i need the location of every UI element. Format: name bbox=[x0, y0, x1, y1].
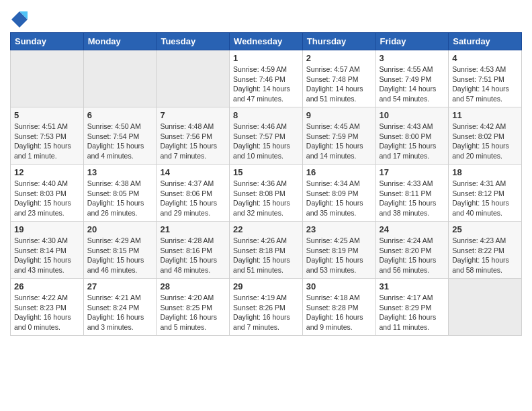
day-info: Sunrise: 4:34 AMSunset: 8:09 PMDaylight:… bbox=[306, 179, 372, 218]
weekday-header-tuesday: Tuesday bbox=[157, 33, 230, 50]
day-number: 31 bbox=[380, 281, 445, 291]
sunrise-text: Sunrise: 4:53 AM bbox=[452, 64, 518, 75]
daylight-text: Daylight: 15 hours and 43 minutes. bbox=[14, 255, 80, 275]
sunrise-text: Sunrise: 4:28 AM bbox=[160, 236, 226, 246]
daylight-text: Daylight: 15 hours and 38 minutes. bbox=[380, 198, 445, 218]
day-number: 12 bbox=[14, 167, 80, 177]
daylight-text: Daylight: 16 hours and 9 minutes. bbox=[306, 312, 372, 332]
day-info: Sunrise: 4:22 AMSunset: 8:23 PMDaylight:… bbox=[14, 293, 80, 332]
sunrise-text: Sunrise: 4:55 AM bbox=[380, 64, 445, 75]
sunrise-text: Sunrise: 4:59 AM bbox=[233, 64, 299, 75]
sunrise-text: Sunrise: 4:22 AM bbox=[14, 293, 80, 303]
day-number: 5 bbox=[14, 110, 80, 120]
sunrise-text: Sunrise: 4:17 AM bbox=[380, 293, 445, 303]
day-cell: 4Sunrise: 4:53 AMSunset: 7:51 PMDaylight… bbox=[449, 50, 522, 107]
day-number: 16 bbox=[306, 167, 372, 177]
day-info: Sunrise: 4:37 AMSunset: 8:06 PMDaylight:… bbox=[160, 179, 226, 218]
sunrise-text: Sunrise: 4:48 AM bbox=[160, 122, 226, 132]
daylight-text: Daylight: 15 hours and 40 minutes. bbox=[452, 198, 518, 218]
sunset-text: Sunset: 8:15 PM bbox=[87, 246, 153, 256]
day-cell: 27Sunrise: 4:21 AMSunset: 8:24 PMDayligh… bbox=[83, 279, 157, 336]
day-cell bbox=[11, 50, 84, 107]
day-number: 14 bbox=[160, 167, 226, 177]
sunrise-text: Sunrise: 4:18 AM bbox=[306, 293, 372, 303]
day-cell: 12Sunrise: 4:40 AMSunset: 8:03 PMDayligh… bbox=[11, 165, 84, 222]
day-cell bbox=[157, 50, 230, 107]
daylight-text: Daylight: 15 hours and 46 minutes. bbox=[87, 255, 153, 275]
sunset-text: Sunset: 7:46 PM bbox=[233, 75, 299, 85]
sunset-text: Sunset: 7:48 PM bbox=[306, 75, 372, 85]
sunrise-text: Sunrise: 4:50 AM bbox=[87, 122, 153, 132]
daylight-text: Daylight: 16 hours and 0 minutes. bbox=[14, 312, 80, 332]
sunrise-text: Sunrise: 4:42 AM bbox=[452, 122, 518, 132]
day-info: Sunrise: 4:20 AMSunset: 8:25 PMDaylight:… bbox=[160, 293, 226, 332]
day-number: 8 bbox=[233, 110, 299, 120]
day-info: Sunrise: 4:21 AMSunset: 8:24 PMDaylight:… bbox=[87, 293, 153, 332]
sunrise-text: Sunrise: 4:57 AM bbox=[306, 64, 372, 75]
day-info: Sunrise: 4:30 AMSunset: 8:14 PMDaylight:… bbox=[14, 236, 80, 275]
weekday-header-row: SundayMondayTuesdayWednesdayThursdayFrid… bbox=[11, 33, 522, 50]
day-cell: 24Sunrise: 4:24 AMSunset: 8:20 PMDayligh… bbox=[375, 222, 449, 279]
day-cell: 8Sunrise: 4:46 AMSunset: 7:57 PMDaylight… bbox=[230, 107, 303, 165]
sunrise-text: Sunrise: 4:46 AM bbox=[233, 122, 299, 132]
day-info: Sunrise: 4:28 AMSunset: 8:16 PMDaylight:… bbox=[160, 236, 226, 275]
day-info: Sunrise: 4:45 AMSunset: 7:59 PMDaylight:… bbox=[306, 122, 372, 161]
day-number: 15 bbox=[233, 167, 299, 177]
day-info: Sunrise: 4:29 AMSunset: 8:15 PMDaylight:… bbox=[87, 236, 153, 275]
day-number: 13 bbox=[87, 167, 153, 177]
calendar-table: SundayMondayTuesdayWednesdayThursdayFrid… bbox=[10, 32, 522, 336]
day-cell: 3Sunrise: 4:55 AMSunset: 7:49 PMDaylight… bbox=[375, 50, 449, 107]
sunset-text: Sunset: 8:14 PM bbox=[14, 246, 80, 256]
week-row-4: 19Sunrise: 4:30 AMSunset: 8:14 PMDayligh… bbox=[11, 222, 522, 279]
day-cell: 19Sunrise: 4:30 AMSunset: 8:14 PMDayligh… bbox=[11, 222, 84, 279]
daylight-text: Daylight: 15 hours and 10 minutes. bbox=[233, 141, 299, 161]
logo bbox=[10, 10, 32, 29]
weekday-header-monday: Monday bbox=[83, 33, 157, 50]
day-cell: 9Sunrise: 4:45 AMSunset: 7:59 PMDaylight… bbox=[302, 107, 375, 165]
sunset-text: Sunset: 8:06 PM bbox=[160, 189, 226, 199]
header-row bbox=[10, 7, 522, 29]
day-number: 19 bbox=[14, 224, 80, 234]
day-number: 6 bbox=[87, 110, 153, 120]
sunrise-text: Sunrise: 4:45 AM bbox=[306, 122, 372, 132]
sunset-text: Sunset: 8:22 PM bbox=[452, 246, 518, 256]
sunrise-text: Sunrise: 4:25 AM bbox=[306, 236, 372, 246]
daylight-text: Daylight: 14 hours and 51 minutes. bbox=[306, 84, 372, 103]
daylight-text: Daylight: 14 hours and 54 minutes. bbox=[380, 84, 445, 103]
daylight-text: Daylight: 15 hours and 7 minutes. bbox=[160, 141, 226, 161]
day-cell: 10Sunrise: 4:43 AMSunset: 8:00 PMDayligh… bbox=[375, 107, 449, 165]
day-info: Sunrise: 4:38 AMSunset: 8:05 PMDaylight:… bbox=[87, 179, 153, 218]
sunrise-text: Sunrise: 4:38 AM bbox=[87, 179, 153, 189]
day-number: 22 bbox=[233, 224, 299, 234]
day-number: 7 bbox=[160, 110, 226, 120]
daylight-text: Daylight: 15 hours and 1 minute. bbox=[14, 141, 80, 161]
daylight-text: Daylight: 15 hours and 48 minutes. bbox=[160, 255, 226, 275]
daylight-text: Daylight: 15 hours and 20 minutes. bbox=[452, 141, 518, 161]
sunset-text: Sunset: 7:51 PM bbox=[452, 75, 518, 85]
sunset-text: Sunset: 7:53 PM bbox=[14, 132, 80, 142]
sunset-text: Sunset: 8:16 PM bbox=[160, 246, 226, 256]
day-cell: 17Sunrise: 4:33 AMSunset: 8:11 PMDayligh… bbox=[375, 165, 449, 222]
daylight-text: Daylight: 15 hours and 26 minutes. bbox=[87, 198, 153, 218]
day-number: 4 bbox=[452, 53, 518, 63]
sunset-text: Sunset: 7:57 PM bbox=[233, 132, 299, 142]
sunrise-text: Sunrise: 4:33 AM bbox=[380, 179, 445, 189]
day-cell: 26Sunrise: 4:22 AMSunset: 8:23 PMDayligh… bbox=[11, 279, 84, 336]
day-cell: 6Sunrise: 4:50 AMSunset: 7:54 PMDaylight… bbox=[83, 107, 157, 165]
day-info: Sunrise: 4:36 AMSunset: 8:08 PMDaylight:… bbox=[233, 179, 299, 218]
day-info: Sunrise: 4:25 AMSunset: 8:19 PMDaylight:… bbox=[306, 236, 372, 275]
day-number: 29 bbox=[233, 281, 299, 291]
day-cell: 22Sunrise: 4:26 AMSunset: 8:18 PMDayligh… bbox=[230, 222, 303, 279]
daylight-text: Daylight: 16 hours and 5 minutes. bbox=[160, 312, 226, 332]
sunset-text: Sunset: 7:56 PM bbox=[160, 132, 226, 142]
sunrise-text: Sunrise: 4:30 AM bbox=[14, 236, 80, 246]
sunset-text: Sunset: 8:08 PM bbox=[233, 189, 299, 199]
sunset-text: Sunset: 7:49 PM bbox=[380, 75, 445, 85]
day-info: Sunrise: 4:53 AMSunset: 7:51 PMDaylight:… bbox=[452, 64, 518, 104]
sunrise-text: Sunrise: 4:40 AM bbox=[14, 179, 80, 189]
daylight-text: Daylight: 15 hours and 56 minutes. bbox=[380, 255, 445, 275]
daylight-text: Daylight: 15 hours and 35 minutes. bbox=[306, 198, 372, 218]
sunset-text: Sunset: 8:25 PM bbox=[160, 303, 226, 313]
day-cell: 21Sunrise: 4:28 AMSunset: 8:16 PMDayligh… bbox=[157, 222, 230, 279]
day-number: 18 bbox=[452, 167, 518, 177]
